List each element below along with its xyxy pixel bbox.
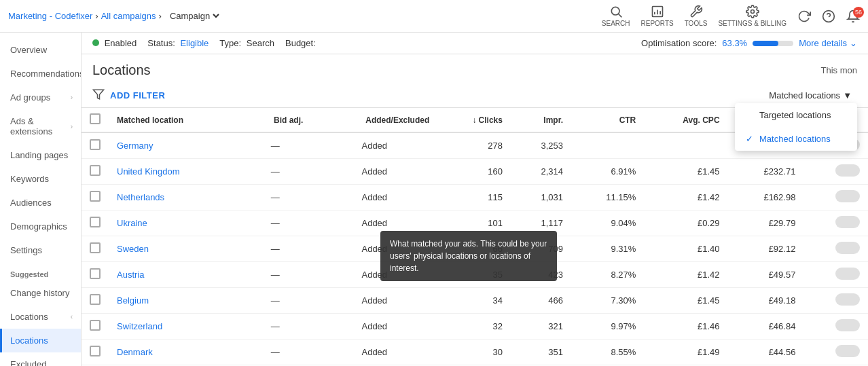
row-checkbox[interactable] bbox=[90, 242, 101, 253]
segment-toggle[interactable] bbox=[835, 190, 860, 202]
row-checkbox[interactable] bbox=[90, 320, 101, 331]
page-title: Locations bbox=[92, 62, 151, 78]
segment-toggle[interactable] bbox=[835, 268, 860, 280]
location-link[interactable]: Switzerland bbox=[117, 321, 162, 331]
segment-toggle[interactable] bbox=[835, 345, 860, 357]
refresh-icon[interactable] bbox=[797, 10, 811, 23]
table-row: Netherlands — Added 115 1,031 11.15% £1.… bbox=[82, 185, 868, 211]
select-all-checkbox[interactable] bbox=[90, 113, 101, 124]
reports-nav-icon[interactable]: REPORTS bbox=[641, 5, 674, 27]
location-link[interactable]: Germany bbox=[117, 141, 153, 151]
filter-icon bbox=[92, 88, 105, 103]
sidebar-item-demographics[interactable]: Demographics bbox=[0, 215, 81, 238]
score-value: 63.3% bbox=[722, 38, 747, 48]
breadcrumb-campaigns[interactable]: All campaigns bbox=[101, 11, 156, 21]
status-value[interactable]: Eligible bbox=[180, 38, 209, 48]
row-checkbox[interactable] bbox=[90, 139, 101, 150]
segment-toggle[interactable] bbox=[835, 242, 860, 254]
table-row: United Kingdom — Added 160 2,314 6.91% £… bbox=[82, 159, 868, 185]
sidebar-item-excluded[interactable]: Excluded bbox=[0, 352, 81, 366]
sidebar-item-keywords[interactable]: Keywords bbox=[0, 167, 81, 191]
main-content: Enabled Status: Eligible Type: Search Bu… bbox=[82, 33, 868, 366]
table-row: Switzerland — Added 32 321 9.97% £1.46 £… bbox=[82, 314, 868, 340]
sidebar-item-ads-extensions[interactable]: Ads & extensions › bbox=[0, 109, 81, 143]
tools-nav-icon[interactable]: TOOLS bbox=[685, 5, 708, 27]
breadcrumb-marketing[interactable]: Marketing - Codefixer bbox=[8, 11, 92, 21]
segment-toggle[interactable] bbox=[835, 293, 860, 306]
location-link[interactable]: Austria bbox=[117, 270, 144, 280]
segment-toggle[interactable] bbox=[835, 164, 860, 177]
sidebar-item-recommendations[interactable]: Recommendations bbox=[0, 62, 81, 86]
chevron-right-icon: › bbox=[71, 94, 73, 101]
sidebar-item-locations-parent[interactable]: Locations ‹ bbox=[0, 305, 81, 329]
optimization-score: Optimisation score: 63.3% More details ⌄ bbox=[641, 38, 857, 48]
filter-bar: ADD FILTER Matched locations ▼ Targeted … bbox=[82, 84, 868, 108]
campaign-status-bar: Enabled Status: Eligible Type: Search Bu… bbox=[82, 33, 868, 54]
table-row: Denmark — Added 30 351 8.55% £1.49 £44.5… bbox=[82, 340, 868, 365]
col-ctr: CTR bbox=[571, 108, 644, 132]
location-link[interactable]: Belgium bbox=[117, 295, 149, 306]
location-link[interactable]: Ukraine bbox=[117, 218, 147, 228]
sidebar-section-suggested: Suggested bbox=[0, 262, 81, 281]
chevron-down-icon: ‹ bbox=[71, 313, 73, 321]
row-checkbox[interactable] bbox=[90, 217, 101, 227]
chevron-right-icon: › bbox=[71, 123, 73, 130]
add-filter-button[interactable]: ADD FILTER bbox=[110, 90, 165, 100]
dropdown-menu: Targeted locations ✓ Matched locations bbox=[735, 103, 857, 151]
location-link[interactable]: United Kingdom bbox=[117, 166, 180, 177]
row-checkbox[interactable] bbox=[90, 268, 101, 279]
sidebar-item-audiences[interactable]: Audiences bbox=[0, 191, 81, 215]
sidebar: Overview Recommendations Ad groups › Ads… bbox=[0, 33, 82, 366]
more-details-btn[interactable]: More details ⌄ bbox=[799, 38, 857, 48]
col-avg-cpc: Avg. CPC bbox=[644, 108, 727, 132]
table-row: Belgium — Added 34 466 7.30% £1.45 £49.1… bbox=[82, 288, 868, 314]
col-bid-adj: Bid adj. bbox=[239, 108, 311, 132]
status-field: Status: Eligible bbox=[147, 38, 209, 48]
chevron-down-icon: ⌄ bbox=[850, 38, 857, 48]
row-checkbox[interactable] bbox=[90, 294, 101, 305]
sidebar-item-change-history[interactable]: Change history bbox=[0, 281, 81, 305]
svg-marker-9 bbox=[94, 90, 104, 99]
sort-down-icon: ↓ bbox=[473, 115, 477, 125]
row-checkbox[interactable] bbox=[90, 191, 101, 202]
dropdown-item-targeted[interactable]: Targeted locations bbox=[735, 103, 857, 127]
dropdown-arrow-icon: ▼ bbox=[843, 90, 852, 100]
breadcrumb-area: Marketing - Codefixer › All campaigns › … bbox=[8, 10, 221, 22]
location-link[interactable]: Sweden bbox=[117, 244, 149, 254]
breadcrumb: Marketing - Codefixer › All campaigns › bbox=[8, 11, 162, 21]
row-checkbox[interactable] bbox=[90, 165, 101, 176]
filter-left: ADD FILTER bbox=[92, 88, 165, 103]
svg-point-6 bbox=[751, 10, 754, 14]
segment-toggle[interactable] bbox=[835, 319, 860, 331]
search-nav-icon[interactable]: SEARCH bbox=[602, 5, 630, 27]
campaign-selector[interactable]: Campaign bbox=[167, 10, 221, 22]
location-link[interactable]: Netherlands bbox=[117, 192, 164, 202]
score-bar bbox=[753, 41, 793, 46]
settings-billing-nav-icon[interactable]: SETTINGS & BILLING bbox=[718, 5, 786, 27]
view-dropdown: Matched locations ▼ Targeted locations ✓… bbox=[763, 88, 857, 103]
svg-line-1 bbox=[618, 14, 621, 18]
page-header: Locations This mon bbox=[82, 54, 868, 84]
col-impr: Impr. bbox=[511, 108, 571, 132]
main-layout: Overview Recommendations Ad groups › Ads… bbox=[0, 33, 868, 366]
score-bar-fill bbox=[753, 41, 778, 46]
sidebar-item-ad-groups[interactable]: Ad groups › bbox=[0, 86, 81, 109]
sidebar-item-settings[interactable]: Settings bbox=[0, 238, 81, 262]
help-icon[interactable] bbox=[822, 10, 835, 23]
location-link[interactable]: Denmark bbox=[117, 347, 153, 357]
dropdown-item-matched[interactable]: ✓ Matched locations bbox=[735, 127, 857, 151]
sidebar-item-overview[interactable]: Overview bbox=[0, 38, 81, 62]
segment-toggle[interactable] bbox=[835, 216, 860, 228]
notification-icon[interactable]: 56 bbox=[846, 10, 860, 23]
col-matched-location: Matched location bbox=[109, 108, 239, 132]
sidebar-item-landing-pages[interactable]: Landing pages bbox=[0, 143, 81, 167]
svg-point-0 bbox=[611, 7, 619, 15]
enabled-label: Enabled bbox=[105, 38, 137, 48]
row-checkbox[interactable] bbox=[90, 346, 101, 356]
budget-field: Budget: bbox=[285, 38, 316, 48]
col-clicks[interactable]: ↓ Clicks bbox=[437, 108, 511, 132]
sidebar-item-locations[interactable]: Locations bbox=[0, 329, 81, 352]
dropdown-button[interactable]: Matched locations ▼ bbox=[763, 88, 857, 103]
date-range: This mon bbox=[821, 65, 857, 75]
top-nav-icons: SEARCH REPORTS TOOLS SETTINGS & BILLING … bbox=[602, 5, 860, 27]
